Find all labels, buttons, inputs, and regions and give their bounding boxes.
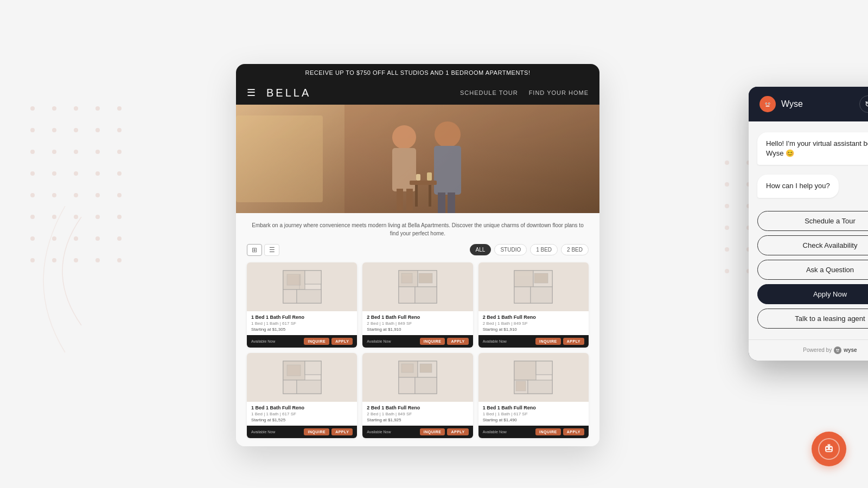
apartment-action-buttons: INQUIRE APPLY: [420, 338, 469, 345]
apartment-info: 2 Bed 1 Bath Full Reno 2 Bed | 1 Bath | …: [478, 311, 589, 335]
apartment-price: Starting at $1,525: [251, 418, 353, 422]
svg-rect-77: [397, 189, 403, 210]
floor-plan-svg-5: [396, 358, 439, 396]
svg-rect-101: [419, 273, 432, 283]
filter-studio[interactable]: STUDIO: [494, 244, 527, 255]
floor-plan-svg-3: [512, 268, 555, 306]
chat-body: Hello! I'm your virtual assistant bot Wy…: [749, 121, 868, 339]
inquire-button[interactable]: INQUIRE: [304, 428, 329, 435]
floating-chat-button[interactable]: [812, 432, 846, 466]
svg-rect-111: [283, 380, 297, 394]
svg-point-140: [830, 447, 832, 450]
apartment-grid: 1 Bed 1 Bath Full Reno 1 Bed | 1 Bath | …: [247, 262, 589, 438]
nav-find-home[interactable]: FIND YOUR HOME: [529, 89, 589, 96]
svg-rect-90: [305, 271, 321, 284]
wyse-logo: [760, 96, 776, 112]
apply-button[interactable]: APPLY: [563, 338, 584, 345]
apartment-details: 2 Bed | 1 Bath | 849 SF: [367, 412, 468, 416]
apartment-card-footer: Available Now INQUIRE APPLY: [478, 335, 589, 348]
floor-plan-svg-2: [396, 268, 439, 306]
apartment-info: 2 Bed 1 Bath Full Reno 2 Bed | 1 Bath | …: [362, 311, 473, 335]
svg-point-79: [435, 121, 461, 147]
hero-image: [236, 105, 599, 213]
svg-rect-81: [438, 192, 445, 213]
nav-schedule-tour[interactable]: SCHEDULE TOUR: [460, 89, 518, 96]
apply-button[interactable]: APPLY: [331, 428, 353, 435]
apartment-details: 2 Bed | 1 Bath | 849 SF: [483, 321, 584, 326]
svg-rect-117: [399, 377, 415, 394]
apartment-floor-plan-image: [362, 353, 473, 402]
grid-view-toggle[interactable]: ⊞: [247, 244, 262, 256]
filter-all[interactable]: ALL: [470, 244, 492, 255]
svg-rect-119: [401, 364, 413, 373]
chat-message-greeting: Hello! I'm your virtual assistant bot Wy…: [757, 132, 868, 169]
available-badge: Available Now: [483, 430, 507, 434]
filter-buttons: ALL STUDIO 1 BED 2 BED: [470, 244, 589, 255]
apartment-price: Starting at $1,925: [367, 418, 468, 422]
available-badge: Available Now: [367, 430, 391, 434]
ask-question-button[interactable]: Ask a Question: [757, 260, 868, 280]
wyse-brand-name: wyse: [844, 347, 857, 353]
hamburger-icon[interactable]: ☰: [247, 87, 256, 99]
svg-rect-87: [427, 172, 432, 181]
svg-rect-98: [399, 287, 415, 303]
svg-point-134: [836, 349, 837, 350]
apartment-floor-plan-image: [247, 353, 357, 402]
inquire-button[interactable]: INQUIRE: [420, 338, 445, 345]
svg-rect-130: [765, 106, 769, 107]
svg-rect-82: [448, 192, 455, 213]
schedule-tour-button[interactable]: Schedule a Tour: [757, 211, 868, 231]
available-badge: Available Now: [367, 339, 391, 343]
chat-message-help: How can I help you?: [757, 175, 868, 202]
check-availability-button[interactable]: Check Availability: [757, 235, 868, 255]
chat-header-actions: ↻: [859, 95, 868, 113]
chat-header-left: Wyse: [760, 96, 803, 112]
svg-point-135: [838, 349, 839, 350]
inquire-button[interactable]: INQUIRE: [535, 338, 561, 345]
chat-refresh-button[interactable]: ↻: [859, 95, 868, 113]
svg-point-133: [835, 348, 840, 352]
apartment-action-buttons: INQUIRE APPLY: [304, 428, 353, 435]
browser-mockup: RECEIVE UP TO $750 OFF ALL STUDIOS AND 1…: [236, 64, 599, 446]
filter-1bed[interactable]: 1 BED: [530, 244, 558, 255]
listings-tagline: Embark on a journey where convenience me…: [247, 221, 589, 237]
svg-point-127: [763, 100, 772, 108]
list-view-toggle[interactable]: ☰: [264, 244, 279, 256]
svg-point-132: [769, 103, 770, 104]
wyse-mini-logo: [835, 348, 840, 353]
available-badge: Available Now: [483, 339, 507, 343]
svg-rect-91: [283, 290, 297, 303]
site-logo: BELLA: [266, 87, 449, 99]
svg-rect-123: [536, 361, 552, 375]
svg-rect-80: [434, 146, 461, 195]
apartment-title: 1 Bed 1 Bath Full Reno: [251, 405, 353, 410]
svg-rect-113: [287, 365, 301, 376]
robot-face-icon: [763, 99, 773, 109]
apartment-action-buttons: INQUIRE APPLY: [304, 338, 353, 345]
svg-rect-93: [287, 274, 301, 285]
svg-rect-92: [297, 290, 321, 303]
chat-quick-replies: Schedule a Tour Check Availability Ask a…: [757, 211, 868, 329]
apartment-info: 1 Bed 1 Bath Full Reno 1 Bed | 1 Bath | …: [247, 402, 357, 426]
apply-button[interactable]: APPLY: [447, 428, 468, 435]
floor-plan-svg: [280, 268, 324, 306]
apply-button[interactable]: APPLY: [447, 338, 468, 345]
chat-bubble-help: How can I help you?: [757, 175, 839, 197]
apartment-card-footer: Available Now INQUIRE APPLY: [478, 426, 589, 438]
filter-2bed[interactable]: 2 BED: [561, 244, 589, 255]
apply-button[interactable]: APPLY: [331, 338, 353, 345]
apartment-price: Starting at $1,910: [367, 327, 468, 332]
apply-now-button[interactable]: Apply Now: [757, 284, 868, 304]
apartment-title: 1 Bed 1 Bath Full Reno: [251, 314, 353, 320]
inquire-button[interactable]: INQUIRE: [304, 338, 329, 345]
apply-button[interactable]: APPLY: [563, 428, 584, 435]
available-badge: Available Now: [251, 339, 275, 343]
svg-rect-136: [837, 351, 839, 351]
talk-to-leasing-agent-button[interactable]: Talk to a leasing agent: [757, 309, 868, 329]
svg-rect-118: [415, 377, 437, 394]
svg-rect-125: [528, 380, 552, 394]
inquire-button[interactable]: INQUIRE: [535, 428, 561, 435]
inquire-button[interactable]: INQUIRE: [420, 428, 445, 435]
svg-rect-84: [415, 185, 418, 207]
chat-footer-text: Powered by: [803, 347, 832, 353]
